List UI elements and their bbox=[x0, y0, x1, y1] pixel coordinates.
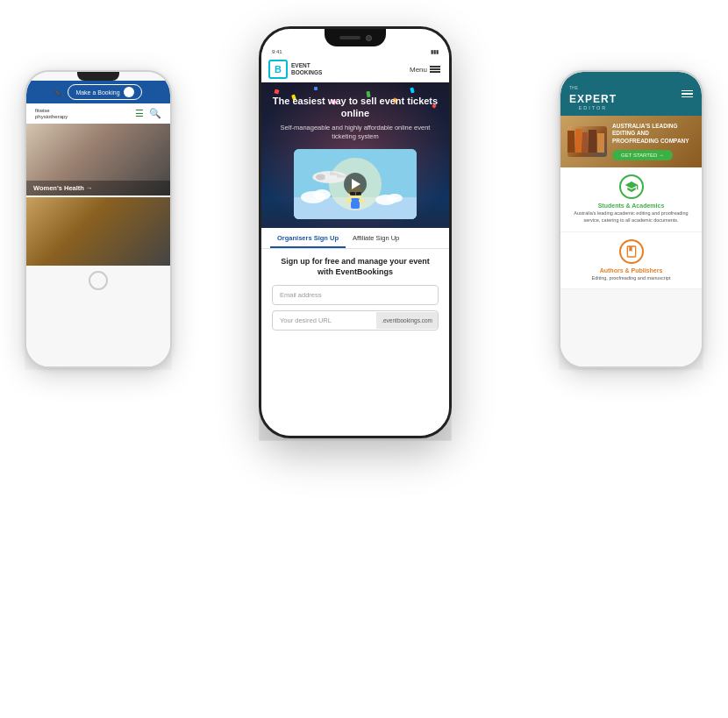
confetti-dot bbox=[314, 87, 318, 90]
url-suffix: .eventbookings.com bbox=[376, 312, 438, 329]
event-text: EVENT bbox=[291, 62, 310, 68]
svg-rect-23 bbox=[597, 133, 604, 153]
fitwise-phone: 📞 Make a Booking ⚙ fitwise physiotherapy… bbox=[25, 70, 172, 368]
speaker bbox=[339, 36, 360, 39]
signup-section: Sign up for free and manage your event w… bbox=[261, 249, 449, 338]
eb-logo-text: EVENT BOOKINGS bbox=[291, 62, 322, 76]
eb-hero-subtitle: Self-manageable and highly affordable on… bbox=[272, 124, 439, 142]
search-icon[interactable]: 🔍 bbox=[149, 108, 161, 119]
women-health-overlay: Women's Health → bbox=[26, 181, 170, 195]
signup-title: Sign up for free and manage your event w… bbox=[272, 256, 439, 278]
signup-tabs: Organisers Sign Up Affiliate Sign Up bbox=[261, 228, 449, 249]
center-phone-notch bbox=[325, 29, 386, 46]
books-svg bbox=[567, 126, 607, 157]
play-button[interactable] bbox=[344, 173, 367, 195]
svg-rect-19 bbox=[567, 131, 575, 153]
expert-logo-group: THE EXPERT EDITOR bbox=[569, 77, 617, 110]
svg-rect-6 bbox=[325, 174, 337, 178]
svg-point-18 bbox=[387, 194, 403, 203]
svg-rect-11 bbox=[359, 199, 365, 203]
make-booking-label: Make a Booking bbox=[75, 89, 119, 96]
graduation-icon bbox=[625, 180, 639, 194]
eb-logo-letter: B bbox=[275, 64, 282, 75]
make-booking-button[interactable]: Make a Booking ⚙ bbox=[68, 84, 141, 100]
email-placeholder: Email address bbox=[280, 291, 322, 299]
authors-desc: Editing, proofreading and manuscript bbox=[567, 275, 695, 282]
svg-point-16 bbox=[313, 189, 331, 200]
svg-rect-10 bbox=[346, 199, 352, 203]
nav-icons: ☰ 🔍 bbox=[135, 108, 161, 119]
time: 9:41 bbox=[272, 49, 282, 54]
get-started-label: GET STARTED → bbox=[621, 153, 664, 158]
svg-rect-21 bbox=[582, 132, 588, 153]
hamburger-right-icon[interactable] bbox=[682, 90, 693, 98]
editor-label: EDITOR bbox=[569, 105, 617, 110]
svg-rect-20 bbox=[575, 129, 582, 153]
book-icon bbox=[625, 245, 639, 259]
expert-editor-phone: THE EXPERT EDITOR bbox=[559, 70, 703, 368]
video-thumbnail[interactable] bbox=[294, 149, 417, 219]
students-title: Students & Academics bbox=[567, 203, 695, 209]
eb-hero-section: The easiest way to sell event tickets on… bbox=[261, 82, 449, 228]
fitwise-top-bar: 📞 Make a Booking ⚙ bbox=[26, 81, 170, 103]
menu-button[interactable]: Menu bbox=[410, 66, 440, 74]
fitwise-logo-sub: physiotherapy bbox=[35, 114, 68, 120]
home-button[interactable] bbox=[89, 271, 108, 290]
books-image bbox=[567, 126, 607, 157]
expert-logo: THE EXPERT EDITOR bbox=[569, 77, 617, 110]
confetti-dot bbox=[274, 89, 279, 94]
women-health-hero: Women's Health → bbox=[26, 124, 170, 195]
students-academics-section: Students & Academics Australia's leading… bbox=[560, 167, 702, 231]
status-bar: 9:41 ▮▮▮ bbox=[261, 46, 449, 56]
authors-title: Authors & Publishers bbox=[567, 267, 695, 274]
menu-text: Menu bbox=[410, 66, 427, 74]
the-label: THE bbox=[569, 84, 578, 90]
get-started-button[interactable]: GET STARTED → bbox=[612, 150, 673, 160]
banner-heading: AUSTRALIA'S LEADING EDITING AND PROOFREA… bbox=[612, 123, 695, 145]
affiliate-tab[interactable]: Affiliate Sign Up bbox=[346, 228, 406, 248]
eb-hero-title: The easiest way to sell event tickets on… bbox=[272, 95, 439, 120]
eb-logo: B EVENT BOOKINGS bbox=[268, 60, 322, 79]
camera bbox=[366, 35, 372, 41]
academics-icon bbox=[619, 174, 644, 199]
svg-rect-9 bbox=[351, 198, 360, 209]
url-input[interactable]: Your desired URL .eventbookings.com bbox=[272, 310, 439, 331]
fitwise-logo: fitwise physiotherapy bbox=[35, 108, 68, 119]
publishers-icon bbox=[619, 239, 644, 264]
main-scene: 📞 Make a Booking ⚙ fitwise physiotherapy… bbox=[0, 0, 728, 718]
eventbookings-header: B EVENT BOOKINGS Menu bbox=[261, 56, 449, 82]
organizers-tab[interactable]: Organisers Sign Up bbox=[270, 228, 346, 248]
battery-icons: ▮▮▮ bbox=[431, 48, 439, 54]
fitwise-nav: fitwise physiotherapy ☰ 🔍 bbox=[26, 103, 170, 124]
email-input[interactable]: Email address bbox=[272, 285, 439, 305]
fitwise-logo-main: fitwise bbox=[35, 108, 68, 114]
expert-hero-banner: AUSTRALIA'S LEADING EDITING AND PROOFREA… bbox=[560, 116, 702, 167]
confetti-dot bbox=[410, 88, 414, 94]
expert-top-nav: THE EXPERT EDITOR bbox=[560, 72, 702, 116]
students-desc: Australia's leading academic editing and… bbox=[567, 210, 695, 224]
svg-rect-22 bbox=[589, 130, 596, 153]
expert-label: EXPERT bbox=[569, 93, 617, 105]
url-placeholder: Your desired URL bbox=[273, 311, 376, 330]
banner-text-group: AUSTRALIA'S LEADING EDITING AND PROOFREA… bbox=[612, 123, 695, 160]
left-phone-notch bbox=[77, 72, 119, 81]
men-health-hero: Men's Health → bbox=[26, 197, 170, 266]
women-health-label: Women's Health → bbox=[33, 184, 163, 192]
authors-publishers-section: Authors & Publishers Editing, proofreadi… bbox=[560, 232, 702, 290]
men-health-image bbox=[26, 197, 170, 266]
phone-icon: 📞 bbox=[54, 89, 62, 96]
svg-point-5 bbox=[316, 174, 325, 180]
hamburger-icon[interactable]: ☰ bbox=[135, 108, 144, 119]
gear-icon: ⚙ bbox=[124, 87, 134, 97]
bookings-text: BOOKINGS bbox=[291, 69, 322, 75]
hamburger-center-icon bbox=[430, 66, 440, 73]
eventbookings-phone: 9:41 ▮▮▮ B EVENT BOOKINGS Menu bbox=[259, 26, 452, 438]
eb-logo-box: B bbox=[268, 60, 288, 79]
